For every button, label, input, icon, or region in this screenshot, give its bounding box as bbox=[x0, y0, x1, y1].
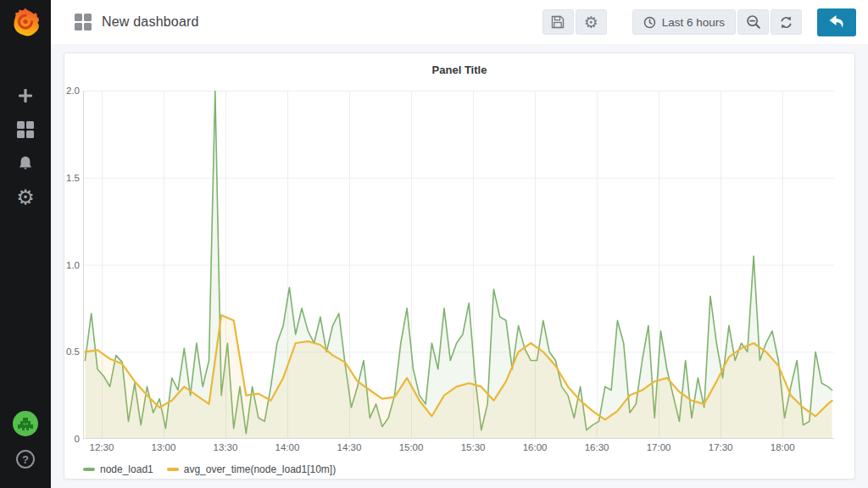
x-tick-label: 17:30 bbox=[702, 442, 739, 452]
user-avatar-icon bbox=[12, 410, 39, 437]
header-breadcrumb[interactable]: New dashboard bbox=[75, 0, 199, 44]
zoom-out-button[interactable] bbox=[737, 9, 769, 35]
grafana-logo-icon bbox=[9, 6, 42, 38]
legend-swatch-icon bbox=[167, 468, 179, 471]
dashboard-grid-icon bbox=[75, 14, 92, 30]
alerting-bell-icon bbox=[17, 155, 34, 172]
sidebar-nav: ⚙ bbox=[0, 81, 51, 217]
x-tick-label: 15:30 bbox=[454, 442, 492, 452]
zoom-out-icon bbox=[746, 14, 761, 30]
go-back-button[interactable] bbox=[817, 8, 856, 36]
x-tick-label: 12:30 bbox=[83, 442, 120, 452]
graph-panel: Panel Title 00.51.01.52.0 12:3013:0013:3… bbox=[64, 53, 855, 480]
x-tick-label: 13:30 bbox=[207, 442, 244, 452]
sidebar: ⚙ ? bbox=[0, 0, 51, 488]
y-tick-label: 1.0 bbox=[64, 260, 80, 270]
x-tick-label: 16:00 bbox=[516, 442, 554, 452]
chart-plot-area[interactable] bbox=[83, 91, 834, 439]
page-title: New dashboard bbox=[102, 14, 199, 30]
legend-swatch-icon bbox=[83, 468, 95, 471]
header: New dashboard ⚙ Last 6 hours bbox=[51, 0, 868, 44]
panel-title[interactable]: Panel Title bbox=[64, 64, 854, 76]
legend-item[interactable]: avg_over_time(node_load1[10m]) bbox=[167, 463, 336, 475]
sidebar-item-alerting[interactable] bbox=[0, 149, 51, 178]
x-tick-label: 18:00 bbox=[764, 442, 801, 452]
save-dashboard-button[interactable] bbox=[542, 9, 574, 35]
x-tick-label: 13:00 bbox=[145, 442, 182, 452]
gear-icon: ⚙ bbox=[584, 14, 598, 30]
chart-svg[interactable] bbox=[83, 91, 834, 439]
time-range-picker-button[interactable]: Last 6 hours bbox=[632, 9, 736, 35]
dashboard-settings-button[interactable]: ⚙ bbox=[576, 9, 607, 35]
plus-icon bbox=[17, 87, 34, 104]
legend: node_load1avg_over_time(node_load1[10m]) bbox=[83, 463, 336, 475]
user-avatar[interactable] bbox=[12, 410, 39, 437]
refresh-icon bbox=[779, 15, 793, 30]
legend-label: avg_over_time(node_load1[10m]) bbox=[184, 463, 336, 475]
back-arrow-icon bbox=[827, 14, 846, 30]
y-axis: 00.51.01.52.0 bbox=[64, 91, 80, 439]
y-tick-label: 0.5 bbox=[64, 347, 80, 357]
x-tick-label: 14:00 bbox=[269, 442, 306, 452]
header-actions: ⚙ Last 6 hours bbox=[542, 0, 856, 44]
clock-icon bbox=[643, 16, 656, 29]
sidebar-item-create[interactable] bbox=[0, 81, 51, 110]
x-tick-label: 16:30 bbox=[578, 442, 615, 452]
sidebar-item-dashboards[interactable] bbox=[0, 115, 51, 144]
dashboards-grid-icon bbox=[17, 121, 34, 138]
sidebar-item-configuration[interactable]: ⚙ bbox=[0, 183, 51, 212]
x-axis: 12:3013:0013:3014:0014:3015:0015:3016:00… bbox=[83, 442, 834, 454]
grafana-logo-icon[interactable] bbox=[0, 0, 51, 44]
legend-item[interactable]: node_load1 bbox=[83, 463, 153, 475]
configuration-gear-icon: ⚙ bbox=[16, 187, 35, 208]
help-question-icon[interactable]: ? bbox=[16, 450, 35, 469]
save-floppy-icon bbox=[550, 14, 565, 30]
time-range-label: Last 6 hours bbox=[662, 16, 725, 29]
refresh-button[interactable] bbox=[771, 9, 802, 35]
y-tick-label: 2.0 bbox=[64, 86, 80, 96]
y-tick-label: 1.5 bbox=[64, 173, 80, 183]
legend-label: node_load1 bbox=[100, 463, 153, 475]
x-tick-label: 15:00 bbox=[392, 442, 430, 452]
y-tick-label: 0 bbox=[64, 434, 80, 444]
x-tick-label: 14:30 bbox=[331, 442, 368, 452]
x-tick-label: 17:00 bbox=[640, 442, 677, 452]
